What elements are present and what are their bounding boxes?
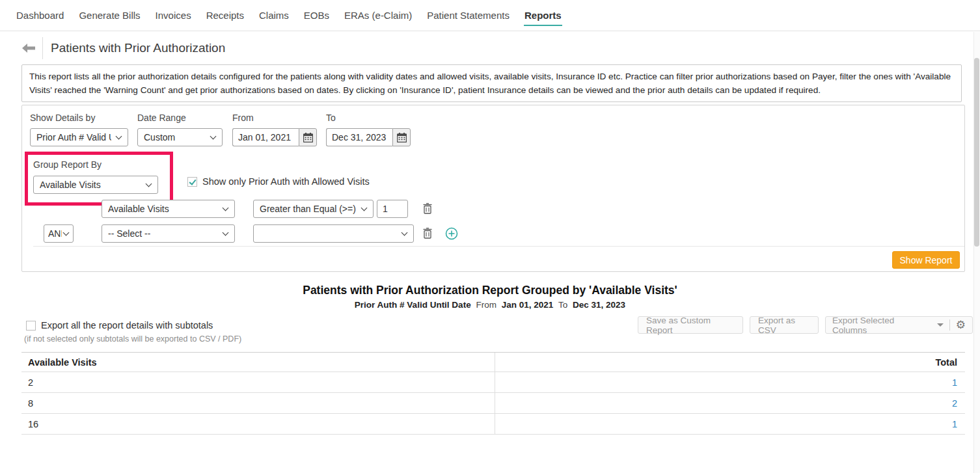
from-label: From [232,113,317,123]
condition2-logical-select[interactable]: AND [44,224,74,243]
table-row: 8 2 [21,393,965,414]
group-report-by-select[interactable]: Available Visits [33,176,158,194]
export-selected-columns-label: Export Selected Columns [832,316,931,335]
subtitle-from-label: From [473,300,499,310]
header-divider [42,37,43,59]
condition2-value-select[interactable] [253,224,414,243]
vertical-scrollbar[interactable] [973,32,980,473]
subtitle-to-value: Dec 31, 2023 [573,300,625,310]
total-link[interactable]: 2 [952,398,957,409]
chevron-down-icon [116,133,122,140]
total-link[interactable]: 1 [952,377,957,388]
trash-icon [423,203,432,214]
date-range-value: Custom [144,132,175,142]
show-details-by-select[interactable]: Prior Auth # Valid Un [30,128,128,146]
show-details-by-group: Show Details by Prior Auth # Valid Un [30,113,128,146]
condition1-field-value: Available Visits [108,204,169,214]
nav-claims[interactable]: Claims [258,6,290,25]
show-only-prior-auth-label: Show only Prior Auth with Allowed Visits [202,176,370,187]
trash-icon [423,228,432,239]
report-result-subtitle: Prior Auth # Valid Until Date From Jan 0… [0,300,980,310]
back-arrow-icon [22,44,35,53]
export-as-csv-button[interactable]: Export as CSV [750,316,819,334]
chevron-down-icon [223,230,229,236]
condition1-operator-select[interactable]: Greater than Equal (>=) [253,200,374,218]
chevron-down-icon [146,181,152,187]
subtitle-from-value: Jan 01, 2021 [502,300,554,310]
table-row: 16 1 [21,414,965,435]
report-result-title: Patients with Prior Authorization Report… [0,284,980,297]
export-selected-columns-button[interactable]: Export Selected Columns ⚙ [825,316,973,334]
total-link[interactable]: 1 [952,419,957,429]
condition-row-1: Available Visits Greater than Equal (>=)… [22,200,966,218]
table-row: 2 1 [21,372,965,393]
nav-reports[interactable]: Reports [524,6,562,25]
from-calendar-button[interactable] [299,128,317,146]
gear-icon[interactable]: ⚙ [956,319,966,331]
top-navigation: Dashboard Generate Bills Invoices Receip… [0,0,980,31]
nav-dashboard[interactable]: Dashboard [16,6,64,25]
show-report-button[interactable]: Show Report [892,251,960,269]
condition-row-2: AND -- Select -- [22,224,966,243]
from-date-input[interactable]: Jan 01, 2021 [232,128,299,146]
grouped-report-table: Available Visits Total 2 1 8 2 16 1 [21,352,965,435]
column-header-available-visits: Available Visits [21,353,495,372]
condition1-field-select[interactable]: Available Visits [102,200,235,218]
group-report-by-highlight: Group Report By Available Visits [25,152,173,206]
save-as-custom-report-button[interactable]: Save as Custom Report [638,316,743,334]
date-range-group: Date Range Custom [137,113,223,146]
show-details-by-value: Prior Auth # Valid Un [36,132,111,142]
back-button[interactable] [21,41,36,55]
show-only-prior-auth-checkbox[interactable] [187,177,197,187]
date-range-select[interactable]: Custom [137,128,223,146]
condition1-delete-button[interactable] [423,203,432,214]
chevron-down-icon [210,133,217,140]
date-range-label: Date Range [137,113,223,123]
calendar-icon [397,133,407,142]
add-condition-button[interactable] [445,227,458,240]
conditions-separator [33,246,964,247]
group-report-by-value: Available Visits [40,180,101,190]
nav-generate-bills[interactable]: Generate Bills [78,6,141,25]
nav-eobs[interactable]: EOBs [303,6,330,25]
to-label: To [326,113,411,123]
nav-receipts[interactable]: Receipts [206,6,245,25]
chevron-down-icon [402,230,408,236]
chevron-down-icon [223,205,229,211]
export-subtotals-checkbox[interactable] [26,321,36,331]
export-note: (if not selected only subtotals will be … [24,334,241,344]
to-date-group: To Dec 31, 2023 [326,113,411,146]
condition2-logical-value: AND [48,228,62,239]
subtitle-field: Prior Auth # Valid Until Date [355,300,471,310]
report-description: This report lists all the prior authoriz… [21,64,962,102]
show-details-by-label: Show Details by [30,113,128,123]
to-calendar-button[interactable] [392,128,411,146]
button-divider [949,319,950,331]
to-date-input[interactable]: Dec 31, 2023 [326,128,392,146]
nav-invoices[interactable]: Invoices [155,6,192,25]
condition1-value-input[interactable]: 1 [377,200,408,218]
filter-panel: Show Details by Prior Auth # Valid Un Da… [21,105,965,272]
page-title: Patients with Prior Authorization [51,41,225,55]
page: Dashboard Generate Bills Invoices Receip… [0,0,980,473]
from-date-group: From Jan 01, 2021 [232,113,317,146]
table-header-row: Available Visits Total [21,353,965,372]
chevron-down-icon [63,230,70,236]
subtitle-to-label: To [556,300,570,310]
condition1-operator-value: Greater than Equal (>=) [260,204,356,214]
nav-eras-eclaim[interactable]: ERAs (e-Claim) [344,6,413,25]
group-report-by-label: Group Report By [33,159,158,170]
condition2-field-select[interactable]: -- Select -- [102,224,235,243]
nav-patient-statements[interactable]: Patient Statements [426,6,510,25]
page-header: Patients with Prior Authorization [21,36,225,60]
condition2-field-value: -- Select -- [108,228,150,239]
group-value: 8 [21,393,495,413]
export-subtotals-label: Export all the report details with subto… [41,320,213,331]
show-only-prior-auth-row: Show only Prior Auth with Allowed Visits [187,176,370,187]
chevron-down-icon [361,205,368,211]
group-value: 2 [21,372,495,392]
plus-circle-icon [445,227,458,240]
column-header-total: Total [495,353,965,372]
condition2-delete-button[interactable] [423,228,432,239]
scrollbar-thumb[interactable] [974,58,979,247]
